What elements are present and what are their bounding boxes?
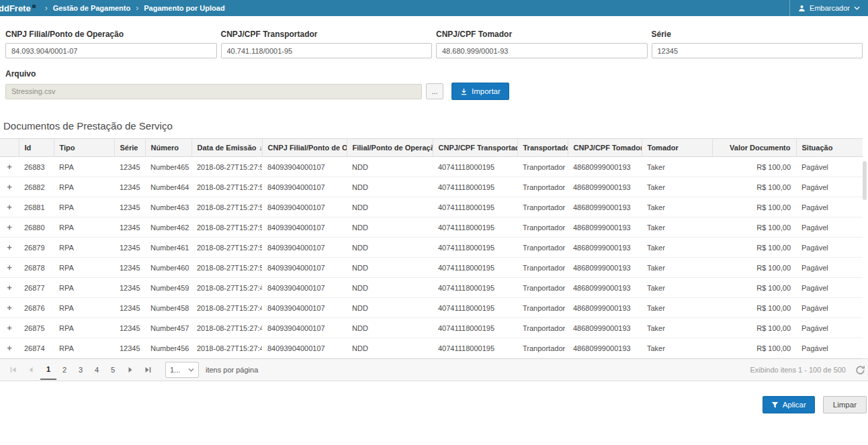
user-menu-label: Embarcador bbox=[810, 4, 850, 12]
top-bar: ddFrete › Gestão de Pagamento › Pagament… bbox=[0, 0, 868, 16]
aplicar-button-label: Aplicar bbox=[783, 401, 806, 409]
pager-page-4[interactable]: 4 bbox=[89, 360, 105, 380]
cell-situacao: Pagável bbox=[796, 197, 863, 217]
field-cnpj-tomador: CNPJ/CPF Tomador bbox=[436, 30, 648, 58]
column-header-serie[interactable]: Série bbox=[114, 139, 145, 157]
cell-cnpj-cpf-transportador: 40741118000195 bbox=[433, 298, 517, 318]
pager-page-1[interactable]: 1 bbox=[40, 360, 56, 380]
column-header-label: Valor Documento bbox=[730, 144, 790, 152]
column-header-valor-documento[interactable]: Valor Documento bbox=[712, 139, 796, 157]
cell-cnpj-filial: 84093904000107 bbox=[262, 197, 347, 217]
chevron-down-icon bbox=[188, 368, 194, 372]
table-row: +26882RPA12345Number4642018-08-27T15:27:… bbox=[0, 177, 863, 197]
column-header-numero[interactable]: Número bbox=[145, 139, 191, 157]
cell-id: 26882 bbox=[19, 177, 54, 197]
cell-valor-documento: R$ 100,00 bbox=[712, 177, 796, 197]
cell-numero: Number465 bbox=[145, 157, 191, 177]
column-header-filial-ponto-operacao[interactable]: Filial/Ponto de Operação bbox=[347, 139, 433, 157]
row-expand-icon[interactable]: + bbox=[0, 298, 19, 318]
column-header-tipo[interactable]: Tipo bbox=[54, 139, 114, 157]
cell-tomador: Taker bbox=[642, 318, 712, 338]
cell-tipo: RPA bbox=[54, 278, 114, 298]
cnpj-tomador-input[interactable] bbox=[436, 43, 648, 58]
cell-cnpj-filial: 84093904000107 bbox=[262, 258, 347, 278]
table-row: +26880RPA12345Number4622018-08-27T15:27:… bbox=[0, 217, 863, 238]
cell-numero: Number456 bbox=[145, 338, 191, 358]
breadcrumb-pagamento-por-upload[interactable]: Pagamento por Upload bbox=[144, 4, 224, 12]
column-header-situacao[interactable]: Situação bbox=[796, 139, 863, 157]
row-expand-icon[interactable]: + bbox=[0, 157, 19, 177]
importar-button-label: Importar bbox=[472, 87, 501, 95]
cell-serie: 12345 bbox=[114, 318, 145, 338]
cell-tipo: RPA bbox=[54, 157, 114, 177]
app-logo[interactable]: ddFrete bbox=[0, 3, 36, 13]
cell-data-de-emissao: 2018-08-27T15:27:50.983 bbox=[191, 197, 262, 217]
column-header-id[interactable]: Id bbox=[19, 139, 54, 157]
row-expand-icon[interactable]: + bbox=[0, 338, 19, 358]
cell-data-de-emissao: 2018-08-27T15:27:50.727 bbox=[191, 217, 262, 238]
table-row: +26875RPA12345Number4572018-08-27T15:27:… bbox=[0, 318, 863, 338]
cell-cnpj-cpf-tomador: 48680999000193 bbox=[568, 177, 642, 197]
vertical-scrollbar[interactable] bbox=[863, 161, 867, 200]
breadcrumb-gestao-de-pagamento[interactable]: Gestão de Pagamento bbox=[53, 4, 131, 12]
cell-numero: Number462 bbox=[145, 217, 191, 238]
refresh-icon[interactable] bbox=[855, 365, 865, 375]
filter-icon bbox=[771, 401, 779, 409]
column-header-cnpj-cpf-transportador[interactable]: CNPJ/CPF Transportador bbox=[433, 139, 517, 157]
aplicar-button[interactable]: Aplicar bbox=[763, 396, 815, 413]
importar-button[interactable]: Importar bbox=[451, 83, 509, 100]
serie-input[interactable] bbox=[652, 43, 863, 58]
cell-tomador: Taker bbox=[642, 238, 712, 258]
cell-numero: Number459 bbox=[145, 278, 191, 298]
cell-tipo: RPA bbox=[54, 258, 114, 278]
row-expand-icon[interactable]: + bbox=[0, 258, 19, 278]
row-expand-icon[interactable]: + bbox=[0, 217, 19, 238]
cell-cnpj-cpf-tomador: 48680999000193 bbox=[568, 298, 642, 318]
pager-page-3[interactable]: 3 bbox=[73, 360, 89, 380]
cell-data-de-emissao: 2018-08-27T15:27:49.647 bbox=[191, 298, 262, 318]
cell-serie: 12345 bbox=[114, 238, 145, 258]
cell-filial-ponto-operacao: NDD bbox=[347, 197, 433, 217]
row-expand-icon[interactable]: + bbox=[0, 238, 19, 258]
cell-cnpj-filial: 84093904000107 bbox=[262, 278, 347, 298]
pager-next-icon[interactable] bbox=[122, 362, 138, 378]
cnpj-transportador-input[interactable] bbox=[221, 43, 433, 58]
cell-filial-ponto-operacao: NDD bbox=[347, 217, 433, 238]
cell-tomador: Taker bbox=[642, 278, 712, 298]
cell-numero: Number457 bbox=[145, 318, 191, 338]
cell-serie: 12345 bbox=[114, 298, 145, 318]
pager: 12345 1... itens por página Exibindo ite… bbox=[0, 358, 868, 381]
cell-cnpj-cpf-tomador: 48680999000193 bbox=[568, 258, 642, 278]
user-menu[interactable]: Embarcador bbox=[789, 0, 868, 16]
pager-page-5[interactable]: 5 bbox=[105, 360, 121, 380]
pager-last-icon[interactable] bbox=[140, 362, 156, 378]
column-header-cnpj-cpf-tomador[interactable]: CNPJ/CPF Tomador bbox=[568, 139, 642, 157]
column-header-transportador[interactable]: Transportador bbox=[517, 139, 568, 157]
limpar-button[interactable]: Limpar bbox=[823, 396, 867, 413]
table-row: +26881RPA12345Number4632018-08-27T15:27:… bbox=[0, 197, 863, 217]
cell-cnpj-cpf-transportador: 40741118000195 bbox=[433, 318, 517, 338]
pager-page-2[interactable]: 2 bbox=[56, 360, 73, 380]
page-size-dropdown[interactable]: 1... bbox=[165, 362, 199, 378]
cell-serie: 12345 bbox=[114, 338, 145, 358]
column-header-tomador[interactable]: Tomador bbox=[642, 139, 712, 157]
browse-button[interactable]: ... bbox=[426, 83, 443, 99]
file-row: ... Importar bbox=[5, 83, 863, 100]
cell-cnpj-filial: 84093904000107 bbox=[262, 177, 347, 197]
column-header-label: Data de Emissão bbox=[198, 144, 257, 152]
cell-situacao: Pagável bbox=[796, 338, 863, 358]
column-header-cnpj-filial[interactable]: CNPJ Filial/Ponto de Operaç... bbox=[262, 139, 347, 157]
row-expand-icon[interactable]: + bbox=[0, 177, 19, 197]
row-expand-icon[interactable]: + bbox=[0, 278, 19, 298]
cell-cnpj-filial: 84093904000107 bbox=[262, 338, 347, 358]
cell-data-de-emissao: 2018-08-27T15:27:49.36 bbox=[191, 318, 262, 338]
table-row: +26878RPA12345Number4602018-08-27T15:27:… bbox=[0, 258, 863, 278]
column-header-data-de-emissao[interactable]: Data de Emissão↓ bbox=[191, 139, 262, 157]
cell-filial-ponto-operacao: NDD bbox=[347, 318, 433, 338]
row-expand-icon[interactable]: + bbox=[0, 197, 19, 217]
cnpj-filial-input[interactable] bbox=[5, 43, 217, 58]
pager-status: Exibindo itens 1 - 100 de 500 bbox=[750, 366, 847, 374]
arquivo-label: Arquivo bbox=[5, 69, 863, 79]
cell-cnpj-cpf-transportador: 40741118000195 bbox=[433, 338, 517, 358]
row-expand-icon[interactable]: + bbox=[0, 318, 19, 338]
